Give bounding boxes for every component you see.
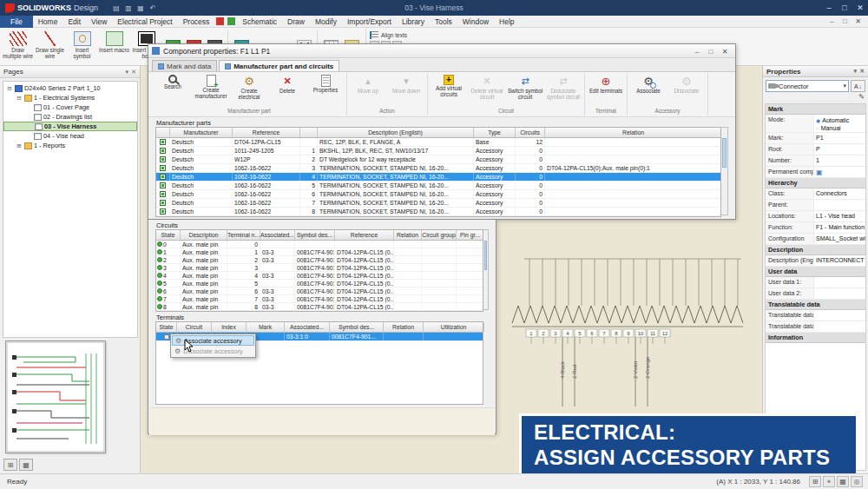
menu-import-export[interactable]: Import/Export: [342, 17, 397, 26]
scrollbar-thumb[interactable]: [484, 241, 487, 270]
move-up-button[interactable]: ▲Move up: [349, 73, 387, 108]
circuit-row[interactable]: 4Aux. male pin403-30081C7F4-901...DT04-1…: [156, 272, 483, 280]
add-virtual-circuits-button[interactable]: +Add virtual circuits: [430, 73, 468, 108]
edit-terminals-button[interactable]: ⊕Edit terminals: [587, 73, 625, 108]
manufacturer-part-row[interactable]: Deutsch1062-16-06225TERMINATION, SOCKET,…: [156, 182, 720, 190]
manufacturer-part-row[interactable]: DeutschDT04-12PA-CL15REC, 12P, BLK, E, F…: [156, 138, 720, 147]
column-header[interactable]: Pin gr...: [457, 230, 484, 240]
column-header[interactable]: Type: [474, 128, 516, 137]
page-thumbnail[interactable]: [5, 340, 106, 453]
dissociate-symbol-circuit-button[interactable]: ⇄Dissociate symbol circuit: [544, 73, 582, 108]
vertical-scrollbar[interactable]: [721, 127, 728, 215]
grid-toggle-icon[interactable]: ⊞: [809, 476, 821, 487]
tree-item[interactable]: 03 - Vise Harness: [3, 122, 137, 131]
radio-icon[interactable]: ◉: [816, 117, 820, 123]
open-folder-icon[interactable]: ▤: [112, 4, 121, 12]
draw-single-wire-button[interactable]: Draw single wire: [34, 29, 66, 64]
column-header[interactable]: Symbol des...: [330, 322, 384, 332]
search-button[interactable]: Search: [154, 73, 192, 108]
column-header[interactable]: Relation: [394, 230, 422, 240]
properties-panel-header[interactable]: Properties ▾ ✕: [763, 66, 868, 77]
undo-icon[interactable]: ↶: [148, 4, 157, 12]
expand-icon[interactable]: ⊟: [16, 95, 23, 102]
column-header[interactable]: State: [156, 230, 181, 240]
process-tool-icon[interactable]: [216, 17, 224, 25]
edit-pencil-icon[interactable]: ✎: [858, 93, 865, 102]
properties-section-header[interactable]: Translatable data: [766, 300, 865, 310]
properties-button[interactable]: Properties: [306, 73, 345, 108]
pages-panel-header[interactable]: Pages ▾ ✕: [0, 66, 140, 78]
close-icon[interactable]: ✕: [131, 69, 136, 76]
circuit-row[interactable]: 5Aux. male pin50081C7F4-901...DT04-12PA-…: [156, 280, 483, 287]
ortho-toggle-icon[interactable]: ▦: [837, 476, 849, 487]
tree-item[interactable]: ⊞1 - Reports: [3, 141, 137, 150]
tab-mark-and-data[interactable]: Mark and data: [152, 60, 217, 71]
column-header[interactable]: [300, 128, 318, 137]
list-view-button[interactable]: ▦: [19, 459, 33, 471]
properties-section-header[interactable]: Description: [766, 245, 865, 255]
menu-electrical-project[interactable]: Electrical Project: [112, 17, 177, 26]
component-type-select[interactable]: Connector ▾: [766, 80, 849, 92]
expand-icon[interactable]: ⊟: [6, 85, 13, 92]
column-header[interactable]: Associated...: [285, 322, 330, 332]
tree-item[interactable]: 02 - Drawings list: [3, 112, 137, 122]
pin-icon[interactable]: ▾: [854, 68, 858, 75]
dialog-maximize-button[interactable]: □: [704, 48, 718, 56]
minimize-button[interactable]: –: [821, 3, 837, 12]
dialog-titlebar[interactable]: Component properties: F1 L1 P1 –□✕: [148, 44, 735, 58]
menu-draw[interactable]: Draw: [282, 17, 310, 26]
radio-option[interactable]: ○Manual: [816, 124, 865, 132]
zoom-icon[interactable]: ◎: [851, 476, 863, 487]
property-row[interactable]: Function:F1 - Main function: [766, 222, 865, 234]
properties-section-header[interactable]: User data: [766, 267, 865, 277]
column-header[interactable]: Associated...: [260, 230, 295, 240]
column-header[interactable]: Circuit group: [422, 230, 457, 240]
property-row[interactable]: Root:P: [766, 144, 865, 155]
column-header[interactable]: Index: [212, 322, 247, 332]
manufacturer-part-row[interactable]: Deutsch1011-249-12051BKSHL, 12P, BLK, RE…: [156, 147, 720, 155]
file-menu-button[interactable]: File: [0, 16, 33, 28]
property-row[interactable]: Parent:: [766, 200, 865, 211]
menu-view[interactable]: View: [86, 17, 112, 26]
property-row[interactable]: Mark:P1: [766, 133, 865, 144]
column-header[interactable]: [156, 128, 170, 137]
menu-library[interactable]: Library: [397, 17, 430, 26]
doc-restore-button[interactable]: □: [838, 17, 852, 25]
property-row[interactable]: Class:Connectors: [766, 188, 865, 200]
column-header[interactable]: Terminal n...: [227, 230, 260, 240]
properties-section-header[interactable]: Information: [766, 333, 865, 343]
column-header[interactable]: Symbol des...: [295, 230, 335, 240]
schematic-tool-icon[interactable]: [227, 17, 235, 25]
property-row[interactable]: User data 1:: [766, 277, 865, 288]
property-row[interactable]: Number:1: [766, 155, 865, 167]
property-row[interactable]: ConfigurationSMALL_Socket without Pin: [766, 234, 865, 245]
property-row[interactable]: User data 2:: [766, 288, 865, 300]
scrollbar-thumb[interactable]: [722, 138, 727, 168]
circuit-row[interactable]: 2Aux. male pin203-30081C7F4-901...DT04-1…: [156, 256, 483, 264]
vertical-scrollbar[interactable]: [483, 229, 489, 310]
property-row[interactable]: Description (EnglishINTERCONNECT - VISE …: [766, 255, 865, 267]
circuit-row[interactable]: 7Aux. male pin703-30081C7F4-901...DT04-1…: [156, 295, 483, 303]
close-icon[interactable]: ✕: [859, 68, 865, 75]
manufacturer-part-row[interactable]: Deutsch1062-16-06223TERMINATION, SOCKET,…: [156, 164, 720, 173]
menu-process[interactable]: Process: [178, 17, 215, 26]
column-header[interactable]: Mark: [247, 322, 285, 332]
menu-window[interactable]: Window: [457, 17, 494, 26]
doc-close-button[interactable]: ✕: [852, 17, 865, 25]
insert-macro-button[interactable]: Insert macro: [98, 29, 130, 64]
snap-toggle-icon[interactable]: ⌖: [823, 476, 835, 487]
tab-manufacturer-part-and-circuits[interactable]: Manufacturer part and circuits: [219, 60, 339, 71]
manufacturer-part-row[interactable]: Deutsch1062-16-06224TERMINATION, SOCKET,…: [156, 173, 720, 182]
delete-virtual-circuit-button[interactable]: ✕Delete virtual circuit: [468, 73, 506, 108]
column-header[interactable]: Manufacturer: [170, 128, 233, 137]
menu-help[interactable]: Help: [494, 17, 519, 26]
manufacturer-part-row[interactable]: DeutschW12P2DT Wedgelock for 12 way rece…: [156, 155, 720, 164]
property-row[interactable]: Translatable data 2 (: [766, 321, 865, 333]
column-header[interactable]: Reference: [233, 128, 300, 137]
property-row[interactable]: Locations:L1 - Vise head: [766, 211, 865, 222]
circuit-row[interactable]: 3Aux. male pin30081C7F4-901...DT04-12PA-…: [156, 264, 483, 272]
maximize-button[interactable]: □: [837, 3, 852, 12]
property-row[interactable]: Permanent compon▣: [766, 167, 865, 178]
properties-section-header[interactable]: Mark: [766, 104, 865, 115]
menu-edit[interactable]: Edit: [62, 17, 86, 26]
